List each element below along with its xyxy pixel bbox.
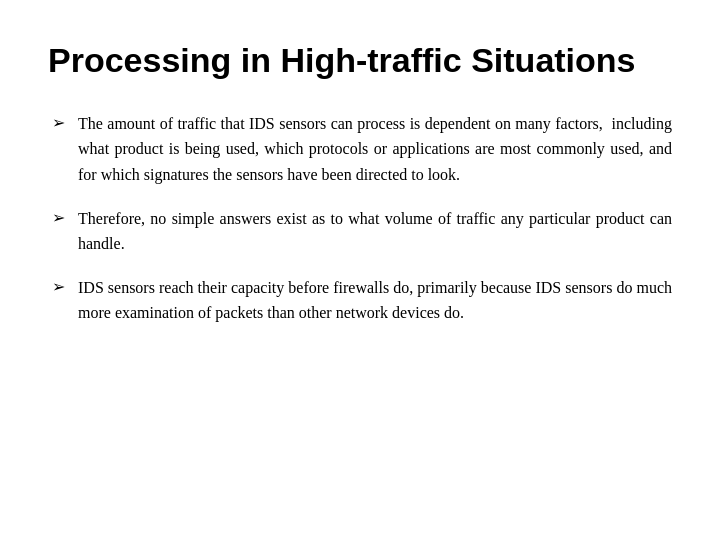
bullet-text-1: The amount of traffic that IDS sensors c… <box>78 111 672 188</box>
slide: Processing in High-traffic Situations ➢ … <box>0 0 720 540</box>
bullet-item-1: ➢ The amount of traffic that IDS sensors… <box>48 111 672 188</box>
bullet-item-3: ➢ IDS sensors reach their capacity befor… <box>48 275 672 326</box>
bullet-marker-3: ➢ <box>48 277 68 296</box>
highlight-which-2: which <box>101 166 140 183</box>
bullet-item-2: ➢ Therefore, no simple answers exist as … <box>48 206 672 257</box>
highlight-which-1: which <box>264 140 303 157</box>
bullet-text-3: IDS sensors reach their capacity before … <box>78 275 672 326</box>
slide-title: Processing in High-traffic Situations <box>48 40 672 81</box>
bullet-list: ➢ The amount of traffic that IDS sensors… <box>48 111 672 500</box>
bullet-text-2: Therefore, no simple answers exist as to… <box>78 206 672 257</box>
bullet-marker-1: ➢ <box>48 113 68 132</box>
bullet-marker-2: ➢ <box>48 208 68 227</box>
highlight-what: what <box>78 140 109 157</box>
